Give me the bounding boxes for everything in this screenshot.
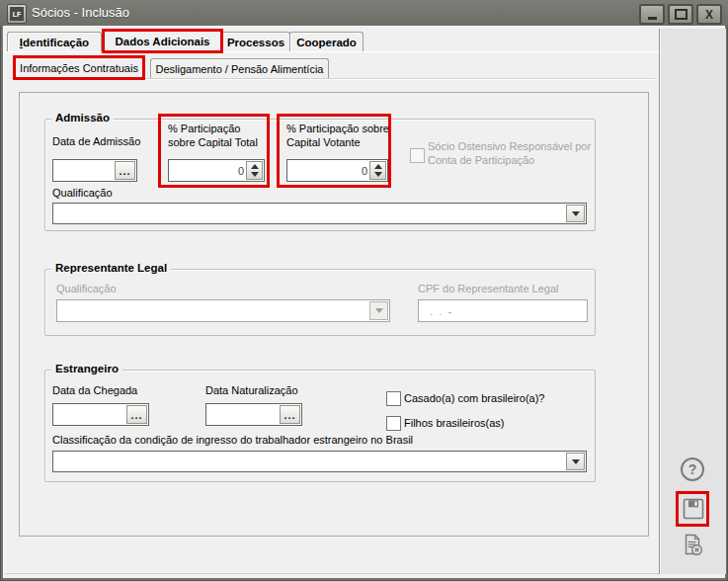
tab-cooperado[interactable]: Cooperado	[289, 32, 364, 51]
minimize-icon	[648, 17, 657, 20]
group-representante-title: Representante Legal	[51, 262, 171, 274]
data-chegada-label: Data da Chegada	[52, 383, 137, 397]
data-chegada-picker-button[interactable]: ...	[126, 405, 147, 424]
part-capital-total-value: 0	[238, 160, 244, 181]
socio-ostensivo-checkbox	[410, 148, 425, 163]
rep-qualificacao-combobox	[56, 299, 390, 322]
casado-checkbox[interactable]	[386, 391, 401, 406]
titlebar: LF Sócios - Inclusão X	[0, 0, 728, 26]
data-naturalizacao-picker-button[interactable]: ...	[280, 405, 300, 424]
tab-dados-adicionais[interactable]: Dados Adicionais	[103, 30, 222, 52]
tab-page-dados-adicionais: Informações Contratuais Desligamento / P…	[5, 51, 660, 574]
cpf-label: CPF do Representante Legal	[418, 282, 558, 295]
qualificacao-label: Qualificação	[52, 186, 113, 200]
maximize-icon	[675, 9, 688, 20]
window-controls: X	[639, 4, 722, 25]
close-button[interactable]: X	[696, 4, 722, 25]
action-sidebar: ?	[659, 29, 726, 574]
cancel-record-button[interactable]	[681, 533, 704, 556]
close-icon: X	[705, 9, 713, 21]
chevron-down-icon	[375, 308, 383, 313]
main-tab-bar: Identificação Dados Adicionais Processos…	[3, 30, 659, 51]
part-capital-total-spinner[interactable]: 0	[168, 159, 265, 182]
app-icon[interactable]: LF	[7, 4, 27, 24]
classificacao-label: Classificação da condição de ingresso do…	[52, 433, 413, 447]
subtab-informacoes-contratuais[interactable]: Informações Contratuais	[14, 56, 144, 79]
classificacao-combobox[interactable]	[52, 451, 587, 472]
qualificacao-dropdown-button[interactable]	[566, 205, 585, 222]
window-title: Sócios - Inclusão	[32, 5, 129, 20]
data-admissao-field[interactable]: ...	[52, 159, 137, 182]
rep-qualificacao-label: Qualificação	[56, 282, 117, 295]
data-naturalizacao-label: Data Naturalização	[205, 383, 298, 397]
part-capital-total-label: % Participação sobre Capital Total	[168, 122, 269, 149]
maximize-button[interactable]	[668, 4, 693, 25]
spin-down-icon	[374, 172, 382, 177]
group-estrangeiro-title: Estrangeiro	[51, 363, 122, 374]
tab-dados-adicionais-label: Dados Adicionais	[115, 36, 209, 47]
data-chegada-field[interactable]: ...	[52, 403, 149, 426]
spin-down-icon	[251, 172, 259, 177]
filhos-label: Filhos brasileiros(as)	[404, 416, 504, 430]
save-button[interactable]	[682, 497, 705, 521]
part-capital-votante-label: % Participação sobre Capital Votante	[286, 122, 393, 149]
tab-identificacao[interactable]: Identificação	[7, 32, 102, 51]
cpf-mask-value: . . -	[419, 304, 451, 318]
subtab-desligamento[interactable]: Desligamento / Pensão Alimentícia	[150, 58, 329, 78]
chevron-down-icon	[572, 211, 580, 216]
part-capital-votante-spinner[interactable]: 0	[286, 159, 388, 182]
tab-cooperado-label: Cooperado	[296, 37, 357, 48]
subtab-desligamento-label: Desligamento / Pensão Alimentícia	[156, 63, 324, 75]
help-icon: ?	[688, 461, 697, 477]
part-capital-votante-spin-buttons[interactable]	[369, 161, 386, 180]
form-panel: Admissão Data de Admissão ... % Particip…	[19, 92, 649, 537]
minimize-button[interactable]	[639, 4, 665, 25]
help-button[interactable]: ?	[681, 457, 704, 481]
sub-tab-bar: Informações Contratuais Desligamento / P…	[6, 56, 659, 78]
data-naturalizacao-field[interactable]: ...	[205, 403, 302, 426]
group-admissao-title: Admissão	[51, 112, 114, 124]
spin-up-icon	[251, 164, 259, 169]
part-capital-votante-value: 0	[362, 160, 367, 181]
group-admissao: Admissão Data de Admissão ... % Particip…	[44, 119, 596, 231]
filhos-checkbox[interactable]	[386, 416, 401, 431]
cpf-field: . . -	[418, 299, 588, 322]
socio-ostensivo-label: Sócio Ostensivo Responsável por Conta de…	[428, 139, 594, 167]
classificacao-dropdown-button[interactable]	[566, 453, 585, 470]
rep-qualificacao-dropdown-button	[369, 301, 388, 320]
group-representante-legal: Representante Legal Qualificação CPF do …	[44, 269, 596, 336]
tab-identificacao-label: Identificação	[20, 37, 89, 48]
app-icon-glyph: LF	[10, 7, 24, 21]
subtab-informacoes-contratuais-label: Informações Contratuais	[20, 62, 138, 74]
chevron-down-icon	[572, 459, 580, 464]
group-estrangeiro: Estrangeiro Data da Chegada ... Data Nat…	[44, 370, 596, 482]
tab-processos[interactable]: Processos	[221, 32, 290, 51]
casado-label: Casado(a) com brasileiro(a)?	[404, 391, 544, 405]
data-admissao-picker-button[interactable]: ...	[115, 161, 135, 180]
spin-up-icon	[374, 164, 382, 169]
app-window: LF Sócios - Inclusão X Identificação Dad…	[0, 0, 728, 581]
qualificacao-combobox[interactable]	[52, 203, 587, 224]
cancel-record-icon	[681, 533, 704, 556]
tab-processos-label: Processos	[227, 37, 284, 48]
data-admissao-label: Data de Admissão	[52, 134, 140, 148]
part-capital-total-spin-buttons[interactable]	[246, 161, 263, 180]
save-icon	[682, 497, 705, 521]
dialog-content: Identificação Dados Adicionais Processos…	[3, 26, 725, 578]
